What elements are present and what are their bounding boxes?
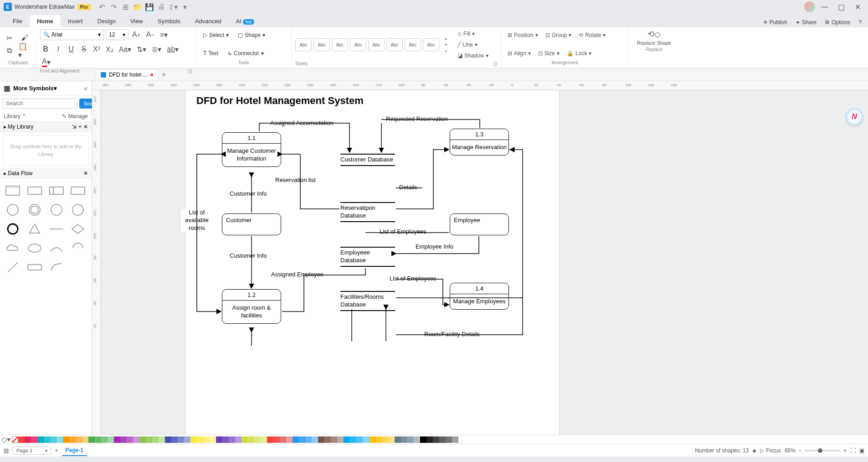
font-size-select[interactable]: 12▾ — [106, 29, 128, 40]
lock-button[interactable]: 🔒 Lock ▾ — [564, 49, 594, 58]
underline-button[interactable]: U — [66, 44, 77, 55]
color-swatch[interactable] — [190, 436, 197, 443]
color-swatch[interactable] — [82, 436, 88, 443]
no-fill-swatch[interactable] — [12, 436, 18, 443]
color-swatch[interactable] — [312, 436, 318, 443]
color-swatch[interactable] — [388, 436, 395, 443]
color-swatch[interactable] — [241, 436, 248, 443]
color-swatch[interactable] — [133, 436, 139, 443]
styles-up-button[interactable]: ▲ — [443, 36, 449, 41]
shape-halfcircle[interactable] — [69, 240, 87, 256]
label-assigned-accomodation[interactable]: Assigned Accomodation — [269, 119, 334, 126]
color-swatch[interactable] — [273, 436, 280, 443]
user-avatar[interactable] — [804, 1, 815, 12]
color-swatch[interactable] — [159, 436, 165, 443]
color-swatch[interactable] — [88, 436, 95, 443]
style-swatch-4[interactable]: Abc — [350, 38, 366, 51]
label-list-rooms[interactable]: List of available rooms — [181, 209, 213, 232]
page-list-icon[interactable]: ▤ — [4, 447, 9, 454]
case-button[interactable]: Aa▾ — [117, 44, 134, 55]
subscript-button[interactable]: X₂ — [104, 44, 115, 55]
shape-circle1[interactable] — [4, 202, 22, 218]
copy-button[interactable]: ⧉ — [4, 45, 15, 56]
color-swatch[interactable] — [171, 436, 178, 443]
color-swatch[interactable] — [210, 436, 216, 443]
close-dataflow-icon[interactable]: ✕ — [83, 170, 88, 176]
align-left-button[interactable]: ≡▾ — [158, 29, 169, 40]
more-symbols-label[interactable]: More Symbols▾ — [13, 85, 81, 92]
color-swatch[interactable] — [63, 436, 69, 443]
fullscreen-button[interactable]: ▣ — [859, 447, 864, 454]
open-button[interactable]: 📁 — [133, 2, 143, 12]
superscript-button[interactable]: X² — [91, 44, 102, 55]
shadow-button[interactable]: ◪ Shadow ▾ — [455, 51, 491, 60]
publish-button[interactable]: ✈ Publish — [760, 17, 790, 27]
color-swatch[interactable] — [344, 436, 350, 443]
label-customer-info-2[interactable]: Customer Info — [229, 252, 268, 259]
diagram-title[interactable]: DFD for Hotel Management System — [196, 95, 364, 107]
fill-picker-icon[interactable]: ◇▾ — [2, 436, 10, 443]
color-swatch[interactable] — [165, 436, 171, 443]
datastore-customer[interactable]: Customer Database — [340, 156, 395, 164]
styles-dialog-icon[interactable]: ◲ — [493, 61, 497, 66]
page-surface[interactable]: DFD for Hotel Management System 1.1 Mana… — [185, 90, 559, 435]
color-swatch[interactable] — [363, 436, 369, 443]
shape-circle3[interactable] — [69, 202, 87, 218]
close-button[interactable]: ✕ — [851, 2, 864, 12]
label-reservation-list[interactable]: Reservation list — [274, 176, 317, 183]
color-swatch[interactable] — [18, 436, 25, 443]
maximize-button[interactable]: ▢ — [834, 2, 848, 12]
fill-button[interactable]: ◇ Fill ▾ — [455, 29, 491, 38]
italic-button[interactable]: I — [53, 44, 64, 55]
rotate-button[interactable]: ⟲ Rotate ▾ — [576, 31, 608, 40]
print-button[interactable]: 🖨 — [156, 2, 166, 12]
color-swatch[interactable] — [267, 436, 273, 443]
label-room-details[interactable]: Room/Facility Details — [423, 331, 481, 337]
color-swatch[interactable] — [146, 436, 152, 443]
color-swatch[interactable] — [139, 436, 146, 443]
shape-state[interactable] — [4, 221, 22, 237]
size-button[interactable]: ⊡ Size ▾ — [535, 49, 562, 58]
style-swatch-7[interactable]: Abc — [405, 38, 421, 51]
datastore-facilities[interactable]: Facilities/Rooms Database — [340, 293, 395, 309]
align-button[interactable]: ⊟ Align ▾ — [505, 49, 534, 58]
process-1-1[interactable]: 1.1 Manage Customer Information — [222, 132, 281, 167]
color-swatch[interactable] — [37, 436, 44, 443]
color-swatch[interactable] — [420, 436, 426, 443]
export-button[interactable]: ⇪▾ — [168, 2, 178, 12]
highlight-button[interactable]: ab▾ — [165, 44, 180, 55]
datastore-reservation[interactable]: Reservatipon Database — [340, 204, 395, 220]
color-swatch[interactable] — [184, 436, 190, 443]
color-swatch[interactable] — [248, 436, 254, 443]
line-button[interactable]: ╱ Line ▾ — [455, 40, 491, 49]
data-flow-section[interactable]: ▸ Data Flow ✕ — [0, 168, 92, 179]
tab-advanced[interactable]: Advanced — [188, 15, 229, 27]
color-swatch[interactable] — [401, 436, 407, 443]
export-lib-icon[interactable]: ⇲ — [72, 124, 77, 130]
symbol-search-input[interactable] — [3, 99, 77, 109]
process-1-3[interactable]: 1.3 Manage Reservation — [450, 129, 509, 156]
color-swatch[interactable] — [331, 436, 337, 443]
color-swatch[interactable] — [356, 436, 363, 443]
tab-file[interactable]: File — [5, 15, 30, 27]
strike-button[interactable]: S — [78, 44, 89, 55]
label-requested-reservation[interactable]: Requested Reservation — [385, 115, 449, 122]
shape-tool[interactable]: ▢ Shape ▾ — [234, 30, 269, 40]
color-swatch[interactable] — [382, 436, 388, 443]
replace-shape-button[interactable]: Replace Shape — [637, 40, 671, 46]
tab-ai[interactable]: AIhot — [229, 15, 262, 27]
font-name-select[interactable]: 🔍 Arial▾ — [40, 29, 104, 40]
entity-customer[interactable]: Customer — [222, 213, 281, 235]
bullet-list-button[interactable]: ≣▾ — [150, 44, 163, 55]
color-swatch[interactable] — [369, 436, 375, 443]
shape-curve[interactable] — [47, 259, 66, 275]
color-swatch[interactable] — [261, 436, 267, 443]
color-swatch[interactable] — [305, 436, 312, 443]
tab-view[interactable]: View — [123, 15, 150, 27]
save-button[interactable]: 💾 — [144, 2, 154, 12]
styles-more-button[interactable]: ▾ — [443, 48, 449, 54]
library-label[interactable]: Library ⌃ — [4, 113, 26, 119]
ai-assistant-button[interactable]: N — [846, 109, 863, 125]
increase-font-button[interactable]: A+ — [130, 29, 142, 40]
color-swatch[interactable] — [216, 436, 222, 443]
